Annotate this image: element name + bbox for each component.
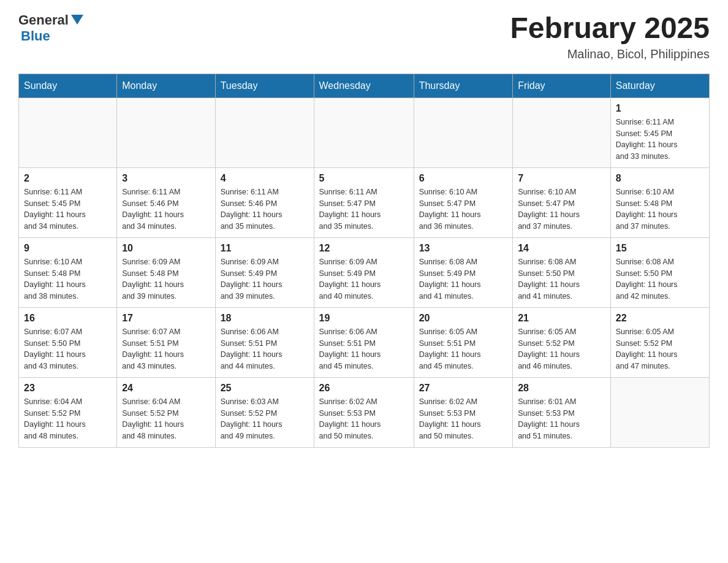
day-number: 28 <box>518 383 605 394</box>
day-number: 17 <box>122 313 210 324</box>
calendar-day-cell: 3Sunrise: 6:11 AMSunset: 5:46 PMDaylight… <box>117 167 215 237</box>
day-info: Sunrise: 6:08 AMSunset: 5:49 PMDaylight:… <box>419 256 507 302</box>
day-number: 16 <box>24 313 112 324</box>
day-info: Sunrise: 6:06 AMSunset: 5:51 PMDaylight:… <box>221 326 309 372</box>
calendar-week-row: 1Sunrise: 6:11 AMSunset: 5:45 PMDaylight… <box>19 98 710 167</box>
day-info: Sunrise: 6:01 AMSunset: 5:53 PMDaylight:… <box>518 396 605 442</box>
calendar-day-cell: 6Sunrise: 6:10 AMSunset: 5:47 PMDaylight… <box>414 167 512 237</box>
day-info: Sunrise: 6:10 AMSunset: 5:47 PMDaylight:… <box>419 186 507 232</box>
day-number: 11 <box>221 243 309 254</box>
calendar-day-cell: 25Sunrise: 6:03 AMSunset: 5:52 PMDayligh… <box>215 377 314 447</box>
calendar-day-cell: 24Sunrise: 6:04 AMSunset: 5:52 PMDayligh… <box>117 377 215 447</box>
day-info: Sunrise: 6:02 AMSunset: 5:53 PMDaylight:… <box>319 396 409 442</box>
day-number: 8 <box>616 173 704 184</box>
day-number: 3 <box>122 173 210 184</box>
day-info: Sunrise: 6:06 AMSunset: 5:51 PMDaylight:… <box>319 326 409 372</box>
day-number: 21 <box>518 313 605 324</box>
logo-triangle-icon <box>71 15 83 25</box>
calendar-day-cell: 22Sunrise: 6:05 AMSunset: 5:52 PMDayligh… <box>610 307 709 377</box>
day-info: Sunrise: 6:09 AMSunset: 5:49 PMDaylight:… <box>319 256 409 302</box>
day-number: 18 <box>221 313 309 324</box>
day-number: 23 <box>24 383 112 394</box>
calendar-day-cell <box>314 98 414 167</box>
day-info: Sunrise: 6:11 AMSunset: 5:47 PMDaylight:… <box>319 186 409 232</box>
calendar-day-cell: 20Sunrise: 6:05 AMSunset: 5:51 PMDayligh… <box>414 307 512 377</box>
calendar-day-cell: 13Sunrise: 6:08 AMSunset: 5:49 PMDayligh… <box>414 237 512 307</box>
day-info: Sunrise: 6:05 AMSunset: 5:52 PMDaylight:… <box>616 326 704 372</box>
day-info: Sunrise: 6:10 AMSunset: 5:48 PMDaylight:… <box>24 256 112 302</box>
calendar-day-cell: 1Sunrise: 6:11 AMSunset: 5:45 PMDaylight… <box>610 98 709 167</box>
day-info: Sunrise: 6:09 AMSunset: 5:48 PMDaylight:… <box>122 256 210 302</box>
day-number: 4 <box>221 173 309 184</box>
day-number: 12 <box>319 243 409 254</box>
calendar-week-row: 16Sunrise: 6:07 AMSunset: 5:50 PMDayligh… <box>19 307 710 377</box>
day-number: 24 <box>122 383 210 394</box>
day-info: Sunrise: 6:07 AMSunset: 5:50 PMDaylight:… <box>24 326 112 372</box>
calendar-day-cell <box>215 98 314 167</box>
day-number: 20 <box>419 313 507 324</box>
calendar-day-cell <box>19 98 117 167</box>
calendar-day-cell: 23Sunrise: 6:04 AMSunset: 5:52 PMDayligh… <box>19 377 117 447</box>
day-info: Sunrise: 6:08 AMSunset: 5:50 PMDaylight:… <box>518 256 605 302</box>
day-of-week-header: Saturday <box>610 74 709 98</box>
day-info: Sunrise: 6:07 AMSunset: 5:51 PMDaylight:… <box>122 326 210 372</box>
day-number: 6 <box>419 173 507 184</box>
day-info: Sunrise: 6:03 AMSunset: 5:52 PMDaylight:… <box>221 396 309 442</box>
calendar-day-cell <box>414 98 512 167</box>
day-info: Sunrise: 6:08 AMSunset: 5:50 PMDaylight:… <box>616 256 704 302</box>
day-number: 10 <box>122 243 210 254</box>
calendar-week-row: 2Sunrise: 6:11 AMSunset: 5:45 PMDaylight… <box>19 167 710 237</box>
day-number: 7 <box>518 173 605 184</box>
day-info: Sunrise: 6:10 AMSunset: 5:48 PMDaylight:… <box>616 186 704 232</box>
day-info: Sunrise: 6:05 AMSunset: 5:51 PMDaylight:… <box>419 326 507 372</box>
title-area: February 2025 Malinao, Bicol, Philippine… <box>510 12 710 61</box>
page-header: General Blue February 2025 Malinao, Bico… <box>18 12 710 61</box>
calendar-day-cell: 16Sunrise: 6:07 AMSunset: 5:50 PMDayligh… <box>19 307 117 377</box>
calendar-day-cell: 28Sunrise: 6:01 AMSunset: 5:53 PMDayligh… <box>513 377 611 447</box>
day-of-week-header: Monday <box>117 74 215 98</box>
calendar-table: SundayMondayTuesdayWednesdayThursdayFrid… <box>18 74 710 448</box>
calendar-header-row: SundayMondayTuesdayWednesdayThursdayFrid… <box>19 74 710 98</box>
calendar-day-cell: 11Sunrise: 6:09 AMSunset: 5:49 PMDayligh… <box>215 237 314 307</box>
day-number: 13 <box>419 243 507 254</box>
calendar-day-cell: 21Sunrise: 6:05 AMSunset: 5:52 PMDayligh… <box>513 307 611 377</box>
calendar-day-cell: 4Sunrise: 6:11 AMSunset: 5:46 PMDaylight… <box>215 167 314 237</box>
calendar-day-cell: 7Sunrise: 6:10 AMSunset: 5:47 PMDaylight… <box>513 167 611 237</box>
day-info: Sunrise: 6:09 AMSunset: 5:49 PMDaylight:… <box>221 256 309 302</box>
day-number: 25 <box>221 383 309 394</box>
calendar-day-cell: 8Sunrise: 6:10 AMSunset: 5:48 PMDaylight… <box>610 167 709 237</box>
day-info: Sunrise: 6:04 AMSunset: 5:52 PMDaylight:… <box>24 396 112 442</box>
calendar-day-cell: 12Sunrise: 6:09 AMSunset: 5:49 PMDayligh… <box>314 237 414 307</box>
calendar-day-cell: 27Sunrise: 6:02 AMSunset: 5:53 PMDayligh… <box>414 377 512 447</box>
calendar-day-cell: 17Sunrise: 6:07 AMSunset: 5:51 PMDayligh… <box>117 307 215 377</box>
calendar-day-cell: 2Sunrise: 6:11 AMSunset: 5:45 PMDaylight… <box>19 167 117 237</box>
calendar-day-cell: 26Sunrise: 6:02 AMSunset: 5:53 PMDayligh… <box>314 377 414 447</box>
day-info: Sunrise: 6:11 AMSunset: 5:45 PMDaylight:… <box>616 117 704 163</box>
logo-blue-text: Blue <box>21 28 50 44</box>
calendar-day-cell: 19Sunrise: 6:06 AMSunset: 5:51 PMDayligh… <box>314 307 414 377</box>
calendar-day-cell: 5Sunrise: 6:11 AMSunset: 5:47 PMDaylight… <box>314 167 414 237</box>
day-info: Sunrise: 6:10 AMSunset: 5:47 PMDaylight:… <box>518 186 605 232</box>
calendar-title: February 2025 <box>510 12 710 45</box>
day-of-week-header: Sunday <box>19 74 117 98</box>
day-number: 27 <box>419 383 507 394</box>
calendar-day-cell <box>610 377 709 447</box>
calendar-day-cell: 18Sunrise: 6:06 AMSunset: 5:51 PMDayligh… <box>215 307 314 377</box>
day-info: Sunrise: 6:04 AMSunset: 5:52 PMDaylight:… <box>122 396 210 442</box>
logo-general-text: General <box>18 12 69 28</box>
day-number: 1 <box>616 103 704 114</box>
day-info: Sunrise: 6:11 AMSunset: 5:46 PMDaylight:… <box>221 186 309 232</box>
svg-marker-0 <box>71 15 83 25</box>
calendar-day-cell: 9Sunrise: 6:10 AMSunset: 5:48 PMDaylight… <box>19 237 117 307</box>
day-of-week-header: Thursday <box>414 74 512 98</box>
calendar-day-cell: 14Sunrise: 6:08 AMSunset: 5:50 PMDayligh… <box>513 237 611 307</box>
calendar-day-cell: 10Sunrise: 6:09 AMSunset: 5:48 PMDayligh… <box>117 237 215 307</box>
logo: General Blue <box>18 12 83 44</box>
day-info: Sunrise: 6:02 AMSunset: 5:53 PMDaylight:… <box>419 396 507 442</box>
day-info: Sunrise: 6:05 AMSunset: 5:52 PMDaylight:… <box>518 326 605 372</box>
day-info: Sunrise: 6:11 AMSunset: 5:46 PMDaylight:… <box>122 186 210 232</box>
calendar-day-cell <box>513 98 611 167</box>
calendar-day-cell <box>117 98 215 167</box>
day-number: 5 <box>319 173 409 184</box>
day-number: 14 <box>518 243 605 254</box>
